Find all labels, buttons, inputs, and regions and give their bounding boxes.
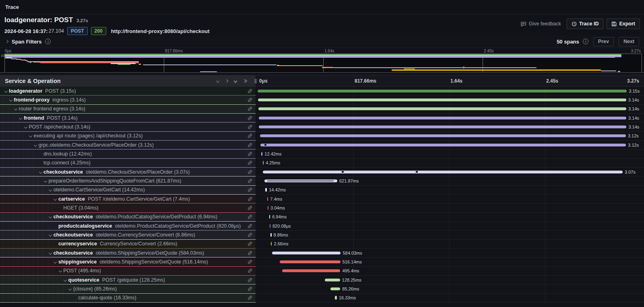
link-icon[interactable] [247, 142, 253, 148]
span-name-cell[interactable]: router frontend egress (3.14s) [0, 105, 256, 114]
span-row[interactable]: router frontend egress (3.14s)3.14s [0, 105, 644, 114]
span-name-cell[interactable]: HGET (3.04ms) [0, 203, 256, 212]
chevron-down-icon[interactable] [43, 180, 48, 182]
span-row[interactable]: POST (495.4ms)495.4ms [0, 267, 644, 276]
chevron-down-icon[interactable] [38, 171, 43, 173]
span-name-cell[interactable]: shippingserviceoteldemo.ShippingService/… [0, 257, 256, 266]
expand-one-icon[interactable] [225, 80, 228, 82]
expand-all-icon[interactable] [243, 80, 247, 82]
give-feedback-link[interactable]: Give feedback [518, 19, 564, 29]
next-button[interactable]: Next [619, 37, 639, 46]
span-duration-bar[interactable] [270, 224, 270, 228]
span-row[interactable]: checkoutserviceoteldemo.ProductCatalogSe… [0, 213, 644, 222]
chevron-down-icon[interactable] [48, 234, 53, 236]
span-duration-bar[interactable] [258, 98, 626, 101]
chevron-down-icon[interactable] [18, 117, 23, 119]
collapse-all-icon[interactable] [234, 79, 237, 83]
chevron-down-icon[interactable] [13, 108, 19, 110]
link-icon[interactable] [247, 259, 253, 265]
info-icon[interactable]: i [45, 39, 51, 44]
chevron-down-icon[interactable] [63, 279, 68, 281]
link-icon[interactable] [247, 115, 253, 121]
link-icon[interactable] [247, 124, 253, 130]
span-row[interactable]: {closure} (85.26ms)85.26ms [0, 284, 644, 293]
span-duration-bar[interactable] [335, 296, 337, 300]
link-icon[interactable] [247, 151, 253, 157]
chevron-down-icon[interactable] [53, 261, 58, 263]
span-duration-bar[interactable] [265, 188, 267, 192]
span-row[interactable]: frontendPOST (3.14s)3.14s [0, 114, 644, 122]
span-name-cell[interactable]: loadgeneratorPOST (3.15s) [0, 87, 256, 95]
span-name-cell[interactable]: checkoutserviceoteldemo.ProductCatalogSe… [0, 213, 256, 222]
span-row[interactable]: quoteservicePOST /getquote (128.25ms)128… [0, 276, 644, 284]
link-icon[interactable] [247, 223, 253, 229]
chevron-down-icon[interactable] [48, 252, 53, 254]
span-row[interactable]: frontend-proxyingress (3.14s)3.14s [0, 95, 644, 104]
link-icon[interactable] [247, 97, 253, 103]
chevron-down-icon[interactable] [48, 189, 53, 191]
link-icon[interactable] [247, 214, 253, 220]
link-icon[interactable] [247, 169, 253, 175]
span-duration-bar[interactable] [263, 170, 623, 173]
export-button[interactable]: Export [607, 19, 640, 29]
link-icon[interactable] [247, 160, 253, 166]
link-icon[interactable] [247, 187, 253, 193]
span-row[interactable]: dns.lookup (12.42ms)12.42ms [0, 149, 644, 158]
span-name-cell[interactable]: {closure} (85.26ms) [0, 284, 256, 293]
span-name-cell[interactable]: tcp.connect (4.25ms) [0, 159, 256, 168]
chevron-down-icon[interactable] [3, 90, 8, 92]
link-icon[interactable] [247, 295, 253, 301]
link-icon[interactable] [247, 178, 253, 184]
span-name-cell[interactable]: checkoutserviceoteldemo.ShippingService/… [0, 249, 256, 257]
span-row[interactable]: calculate-quote (16.33ms)16.33ms [0, 294, 644, 303]
chevron-down-icon[interactable] [33, 144, 38, 146]
span-duration-bar[interactable] [280, 260, 340, 263]
span-row[interactable]: prepareOrderItemsAndShippingQuoteFromCar… [0, 176, 644, 185]
span-duration-bar[interactable] [260, 135, 626, 137]
span-row[interactable]: checkoutserviceoteldemo.ShippingService/… [0, 249, 644, 257]
link-icon[interactable] [247, 232, 253, 238]
link-icon[interactable] [247, 196, 253, 202]
chevron-down-icon[interactable] [23, 126, 28, 128]
link-icon[interactable] [247, 205, 253, 211]
span-name-cell[interactable]: executing api route (pages) /api/checkou… [0, 132, 256, 141]
span-count-info-icon[interactable]: i [583, 39, 588, 44]
minimap-chart[interactable] [0, 54, 644, 73]
span-row[interactable]: oteldemo.CartService/GetCart (14.42ms)14… [0, 186, 644, 195]
span-row[interactable]: checkoutserviceoteldemo.CurrencyService/… [0, 230, 644, 239]
chevron-down-icon[interactable] [28, 135, 33, 137]
span-name-cell[interactable]: productcatalogserviceoteldemo.ProductCat… [0, 222, 256, 230]
span-name-cell[interactable]: frontend-proxyingress (3.14s) [0, 95, 256, 104]
chevron-down-icon[interactable] [53, 198, 58, 200]
span-name-cell[interactable]: cartservicePOST /oteldemo.CartService/Ge… [0, 195, 256, 203]
link-icon[interactable] [247, 277, 253, 283]
span-name-cell[interactable]: POST /api/checkout (3.14s) [0, 122, 256, 131]
column-resize-grip[interactable] [255, 79, 257, 83]
span-duration-bar[interactable] [269, 215, 270, 219]
span-duration-bar[interactable] [268, 206, 268, 210]
link-icon[interactable] [247, 241, 253, 247]
span-row[interactable]: cartservicePOST /oteldemo.CartService/Ge… [0, 195, 644, 203]
minimap-viewport[interactable] [4, 54, 642, 73]
link-icon[interactable] [247, 250, 253, 256]
span-name-cell[interactable]: quoteservicePOST /getquote (128.25ms) [0, 276, 256, 284]
span-duration-bar[interactable] [330, 287, 341, 290]
span-row[interactable]: executing api route (pages) /api/checkou… [0, 132, 644, 141]
prev-button[interactable]: Prev [593, 37, 614, 46]
span-row[interactable]: loadgeneratorPOST (3.15s)3.15s [0, 87, 644, 95]
span-row[interactable]: shippingserviceoteldemo.ShippingService/… [0, 257, 644, 266]
span-row[interactable]: checkoutserviceoteldemo.CheckoutService/… [0, 168, 644, 176]
span-row[interactable]: tcp.connect (4.25ms)4.25ms [0, 159, 644, 168]
link-icon[interactable] [247, 106, 253, 112]
span-duration-bar[interactable] [263, 161, 264, 165]
span-duration-bar[interactable] [258, 89, 627, 92]
span-duration-bar[interactable] [325, 278, 340, 281]
span-row[interactable]: productcatalogserviceoteldemo.ProductCat… [0, 222, 644, 230]
span-duration-bar[interactable] [272, 251, 341, 254]
span-duration-bar[interactable] [267, 197, 268, 201]
link-icon[interactable] [247, 268, 253, 274]
span-name-cell[interactable]: prepareOrderItemsAndShippingQuoteFromCar… [0, 176, 256, 185]
span-row[interactable]: HGET (3.04ms)3.04ms [0, 203, 644, 212]
span-duration-bar[interactable] [258, 108, 626, 110]
link-icon[interactable] [247, 88, 253, 94]
